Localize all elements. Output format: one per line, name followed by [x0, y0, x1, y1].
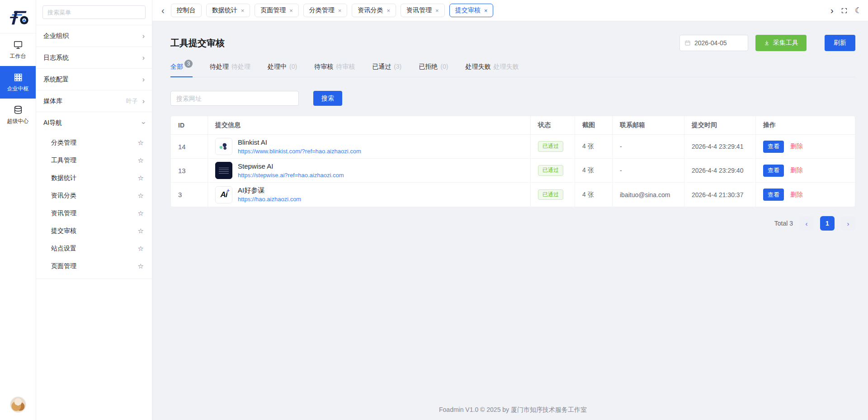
tabs-scroll-left-icon[interactable]: ‹ [160, 6, 166, 15]
dark-mode-moon-icon[interactable]: ☾ [855, 7, 862, 14]
menu-list: 企业组织 › 日志系统 › 系统配置 › 媒体库 叶子 › AI导航 › 分类管… [36, 25, 152, 420]
filter-approved[interactable]: 已通过(3) [372, 63, 401, 77]
sidebar-item-site-settings[interactable]: 站点设置 ☆ [36, 240, 152, 257]
app-logo[interactable] [0, 0, 36, 33]
page-number-1[interactable]: 1 [820, 216, 835, 231]
star-outline-icon[interactable]: ☆ [138, 227, 144, 235]
star-outline-icon[interactable]: ☆ [138, 245, 144, 253]
tab-console[interactable]: 控制台 [171, 4, 202, 17]
view-button[interactable]: 查看 [763, 189, 784, 201]
filter-failed[interactable]: 处理失败处理失败 [465, 63, 519, 77]
sidebar-item-news-category[interactable]: 资讯分类 ☆ [36, 187, 152, 204]
close-icon[interactable]: × [484, 7, 488, 14]
filter-processing[interactable]: 处理中(0) [268, 63, 297, 77]
star-outline-icon[interactable]: ☆ [138, 209, 144, 217]
main-area: ‹ 控制台 数据统计 × 页面管理 × 分类管理 × 资讯分类 × 资讯管理 [152, 0, 868, 420]
star-outline-icon[interactable]: ☆ [138, 139, 144, 147]
search-url-input[interactable] [170, 91, 299, 106]
tabbar-actions: › ☾ [830, 6, 862, 15]
close-icon[interactable]: × [289, 7, 293, 14]
pagination: Total 3 ‹ 1 › [170, 216, 855, 231]
delete-link[interactable]: 删除 [790, 142, 803, 151]
spark-icon: + [227, 188, 230, 193]
star-outline-icon[interactable]: ☆ [138, 262, 144, 270]
tool-url-link[interactable]: https://www.blinkist.com/?ref=hao.aizhao… [238, 148, 361, 155]
tab-label: 提交审核 [455, 6, 481, 14]
tab-news-category[interactable]: 资讯分类 × [352, 4, 396, 17]
rail-item-super-center[interactable]: 超级中心 [0, 99, 36, 131]
pagination-total: Total 3 [774, 220, 793, 227]
sidebar-item-log-system[interactable]: 日志系统 › [36, 47, 152, 69]
site-thumbnail[interactable]: + [215, 138, 232, 155]
sidebar-item-ai-nav[interactable]: AI导航 › [36, 112, 152, 134]
sidebar-item-category-mgmt[interactable]: 分类管理 ☆ [36, 134, 152, 151]
sidebar-item-system-config[interactable]: 系统配置 › [36, 69, 152, 90]
close-icon[interactable]: × [435, 7, 439, 14]
filter-all[interactable]: 全部3 [170, 63, 193, 77]
top-tabbar: ‹ 控制台 数据统计 × 页面管理 × 分类管理 × 资讯分类 × 资讯管理 [152, 0, 868, 21]
star-outline-icon[interactable]: ☆ [138, 174, 144, 182]
filter-pending[interactable]: 待处理待处理 [210, 63, 250, 77]
sidebar-item-enterprise-org[interactable]: 企业组织 › [36, 25, 152, 47]
submenu-item-label: 站点设置 [51, 245, 76, 253]
menu-search-input[interactable] [42, 5, 146, 19]
date-input[interactable] [694, 39, 743, 47]
collect-tools-button[interactable]: 采集工具 [755, 35, 807, 51]
tool-url-link[interactable]: https://stepwise.ai?ref=hao.aizhaozi.com [238, 172, 344, 179]
chevron-left-icon: ‹ [806, 220, 808, 227]
submenu-item-label: 提交审核 [51, 227, 76, 235]
contact-email: - [613, 135, 684, 158]
filter-awaiting-review[interactable]: 待审核待审核 [314, 63, 355, 77]
page-header: 工具提交审核 采集工具 刷新 [170, 35, 855, 51]
sidebar-item-news-mgmt[interactable]: 资讯管理 ☆ [36, 204, 152, 222]
submissions-table: ID 提交信息 状态 截图 联系邮箱 提交时间 操作 14 + [170, 116, 855, 207]
tab-submission-review[interactable]: 提交审核 × [449, 4, 494, 17]
tab-news-mgmt[interactable]: 资讯管理 × [401, 4, 445, 17]
tool-url-link[interactable]: https://hao.aizhaozi.com [238, 196, 301, 203]
fullscreen-icon[interactable] [841, 7, 848, 14]
star-outline-icon[interactable]: ☆ [138, 156, 144, 165]
tab-page-mgmt[interactable]: 页面管理 × [255, 4, 299, 17]
refresh-button[interactable]: 刷新 [825, 35, 855, 51]
icon-rail: 工作台 企业中枢 超级中心 [0, 0, 36, 420]
close-icon[interactable]: × [387, 7, 390, 14]
sidebar-item-media-library[interactable]: 媒体库 叶子 › [36, 90, 152, 112]
submit-time: 2026-4-4 23:29:40 [684, 159, 756, 182]
view-button[interactable]: 查看 [763, 165, 784, 177]
sidebar-item-submission-review[interactable]: 提交审核 ☆ [36, 222, 152, 240]
close-icon[interactable]: × [338, 7, 342, 14]
site-thumbnail[interactable]: + [215, 162, 232, 179]
date-picker[interactable] [679, 35, 748, 51]
delete-link[interactable]: 删除 [790, 166, 803, 175]
delete-link[interactable]: 删除 [790, 191, 803, 199]
col-submit-time: 提交时间 [684, 116, 756, 134]
filter-label: 已通过 [372, 63, 391, 70]
user-avatar[interactable] [10, 396, 26, 413]
close-icon[interactable]: × [241, 7, 245, 14]
next-page-button[interactable]: › [841, 216, 855, 231]
chevron-right-icon: › [142, 33, 145, 40]
filter-rejected[interactable]: 已拒绝(0) [419, 63, 448, 77]
site-thumbnail[interactable]: Ai + [215, 186, 232, 203]
filter-label: 全部 [170, 63, 183, 70]
tab-label: 控制台 [177, 6, 196, 14]
sidebar-item-page-mgmt[interactable]: 页面管理 ☆ [36, 257, 152, 275]
prev-page-button[interactable]: ‹ [799, 216, 814, 231]
tab-category-mgmt[interactable]: 分类管理 × [303, 4, 348, 17]
rail-item-enterprise-hub[interactable]: 企业中枢 [0, 66, 36, 99]
col-id: ID [171, 116, 208, 134]
sidebar-item-tool-mgmt[interactable]: 工具管理 ☆ [36, 151, 152, 169]
rail-item-workbench[interactable]: 工作台 [0, 33, 36, 66]
search-button[interactable]: 搜索 [313, 91, 342, 106]
view-button[interactable]: 查看 [763, 141, 784, 153]
screenshot-count: 4 张 [575, 159, 613, 182]
status-badge: 已通过 [538, 189, 563, 200]
contact-email: ibaituo@sina.com [613, 183, 684, 207]
star-outline-icon[interactable]: ☆ [138, 192, 144, 200]
sidebar-item-data-stats[interactable]: 数据统计 ☆ [36, 169, 152, 187]
tab-data-stats[interactable]: 数据统计 × [206, 4, 250, 17]
tabs-scroll-right-icon[interactable]: › [830, 6, 834, 15]
tab-label: 资讯分类 [358, 6, 383, 14]
submenu-item-label: 分类管理 [51, 139, 76, 147]
tool-name: Blinkist AI [238, 138, 361, 146]
